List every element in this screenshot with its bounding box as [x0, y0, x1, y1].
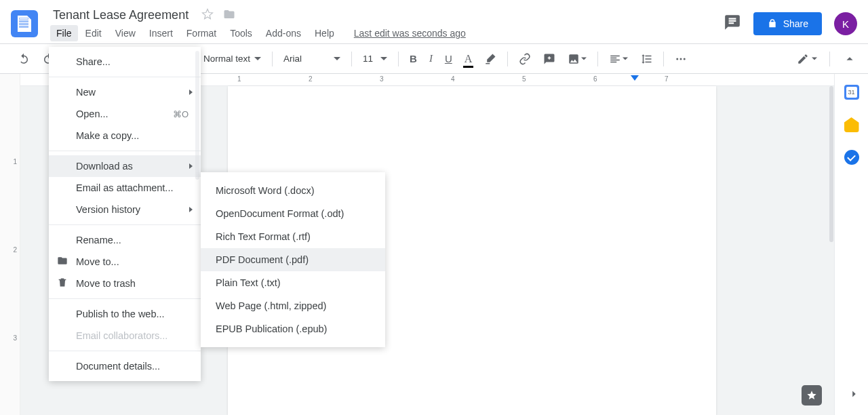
menu-bar: File Edit View Insert Format Tools Add-o…	[50, 25, 466, 41]
keep-app-icon[interactable]	[844, 117, 859, 132]
underline-button[interactable]: U	[439, 49, 458, 68]
highlight-button[interactable]	[479, 49, 502, 69]
download-html[interactable]: Web Page (.html, zipped)	[201, 294, 385, 317]
insert-image-button[interactable]	[562, 49, 592, 69]
svg-point-2	[684, 58, 686, 60]
file-open[interactable]: Open...⌘O	[49, 103, 201, 125]
file-rename[interactable]: Rename...	[49, 229, 201, 251]
explore-button[interactable]	[802, 385, 822, 406]
align-button[interactable]	[604, 49, 633, 69]
share-button-label: Share	[783, 18, 808, 29]
menu-addons[interactable]: Add-ons	[260, 25, 307, 41]
star-icon[interactable]	[201, 8, 214, 23]
chevron-down-icon	[812, 56, 817, 62]
download-pdf[interactable]: PDF Document (.pdf)	[201, 248, 385, 271]
file-move-to-trash[interactable]: Move to trash	[49, 273, 201, 294]
chevron-down-icon	[623, 56, 628, 62]
text-color-button[interactable]: A	[459, 49, 478, 69]
font-select[interactable]: Arial	[278, 51, 346, 66]
side-panel	[834, 74, 868, 415]
file-download-as[interactable]: Download as	[49, 155, 201, 177]
editing-mode-button[interactable]	[791, 49, 823, 69]
menu-tools[interactable]: Tools	[224, 25, 258, 41]
calendar-app-icon[interactable]	[844, 85, 859, 100]
file-menu: Share... New Open...⌘O Make a copy... Do…	[49, 47, 201, 381]
add-comment-button[interactable]	[538, 49, 561, 69]
folder-icon	[57, 256, 68, 269]
chevron-down-icon	[581, 56, 587, 62]
file-publish-web[interactable]: Publish to the web...	[49, 303, 201, 325]
menu-insert[interactable]: Insert	[143, 25, 179, 41]
file-email-collaborators: Email collaborators...	[49, 325, 201, 347]
download-docx[interactable]: Microsoft Word (.docx)	[201, 179, 385, 202]
download-epub[interactable]: EPUB Publication (.epub)	[201, 317, 385, 340]
docs-logo[interactable]	[11, 10, 38, 37]
collapse-toolbar-button[interactable]	[837, 47, 863, 71]
font-size-select[interactable]: 11	[357, 51, 393, 66]
more-toolbar-button[interactable]	[669, 49, 692, 69]
download-odt[interactable]: OpenDocument Format (.odt)	[201, 202, 385, 225]
menu-format[interactable]: Format	[180, 25, 222, 41]
indent-marker-icon[interactable]	[631, 75, 639, 85]
trash-icon	[57, 277, 68, 290]
tasks-app-icon[interactable]	[844, 150, 859, 165]
last-edit-link[interactable]: Last edit was seconds ago	[354, 25, 466, 41]
file-move-to[interactable]: Move to...	[49, 251, 201, 273]
chevron-down-icon	[334, 56, 340, 62]
ruler-vertical: 1 2 3	[0, 74, 20, 415]
font-label: Arial	[283, 54, 302, 64]
document-title[interactable]: Tenant Lease Agreement	[50, 7, 191, 24]
menu-help[interactable]: Help	[309, 25, 340, 41]
share-button[interactable]: Share	[753, 12, 822, 35]
lock-icon	[767, 18, 778, 29]
insert-link-button[interactable]	[513, 49, 536, 69]
file-new[interactable]: New	[49, 81, 201, 103]
move-folder-icon[interactable]	[223, 8, 235, 23]
line-spacing-button[interactable]	[635, 49, 658, 69]
undo-button[interactable]	[12, 49, 35, 69]
chevron-down-icon	[254, 56, 261, 62]
file-email-attachment[interactable]: Email as attachment...	[49, 177, 201, 199]
font-size-label: 11	[363, 54, 373, 64]
chevron-down-icon	[380, 56, 387, 62]
file-version-history[interactable]: Version history	[49, 199, 201, 220]
account-avatar[interactable]: K	[834, 12, 857, 35]
paragraph-style-select[interactable]: Normal text	[198, 51, 267, 66]
menu-edit[interactable]: Edit	[79, 25, 108, 41]
paragraph-style-label: Normal text	[203, 54, 250, 64]
italic-button[interactable]: I	[424, 49, 438, 68]
download-as-submenu: Microsoft Word (.docx) OpenDocument Form…	[201, 172, 385, 347]
menu-view[interactable]: View	[109, 25, 142, 41]
file-make-copy[interactable]: Make a copy...	[49, 125, 201, 146]
vertical-scrollbar[interactable]	[829, 86, 834, 415]
file-share[interactable]: Share...	[49, 51, 201, 73]
show-side-panel-button[interactable]	[846, 387, 861, 404]
download-rtf[interactable]: Rich Text Format (.rtf)	[201, 225, 385, 248]
file-document-details[interactable]: Document details...	[49, 355, 201, 377]
comments-icon[interactable]	[724, 14, 741, 34]
download-txt[interactable]: Plain Text (.txt)	[201, 271, 385, 294]
menu-file[interactable]: File	[50, 25, 78, 41]
svg-point-0	[677, 58, 679, 60]
svg-point-1	[680, 58, 682, 60]
bold-button[interactable]: B	[404, 49, 422, 68]
